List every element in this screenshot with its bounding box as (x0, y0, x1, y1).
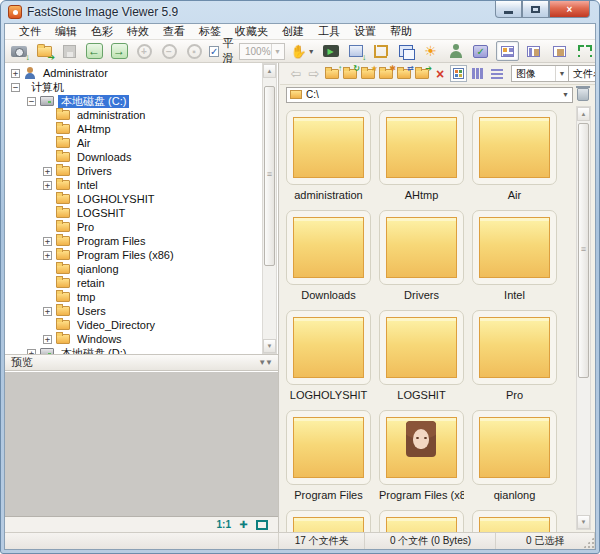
tree-item-ahtmp[interactable]: AHtmp (5, 122, 262, 136)
folder-thumb-partial[interactable] (472, 510, 557, 532)
close-button[interactable]: × (549, 1, 590, 18)
tree-item-tmp[interactable]: tmp (5, 290, 262, 304)
folder-thumb-partial[interactable] (286, 510, 371, 532)
tree-item-label[interactable]: LOGHOLYSHIT (74, 193, 157, 206)
tree-item-本地磁盘-d[interactable]: +本地磁盘 (D:) (5, 346, 262, 354)
tree-item-retain[interactable]: retain (5, 276, 262, 290)
tree-item-label[interactable]: AHtmp (74, 123, 114, 136)
tree-item-windows[interactable]: +Windows (5, 332, 262, 346)
tree-scrollbar[interactable]: ▲ ▼ (262, 63, 277, 354)
tree-item-label[interactable]: Program Files (x86) (74, 249, 177, 262)
tree-item-program-files[interactable]: +Program Files (5, 234, 262, 248)
acquire-camera-button[interactable]: ↓ (9, 42, 29, 60)
tree-item-administrator[interactable]: +Administrator (5, 66, 262, 80)
tree-item-label[interactable]: Air (74, 137, 93, 150)
copy-to-folder-button[interactable]: ⇄ (396, 65, 412, 82)
hand-dropdown-icon[interactable]: ▼ (308, 48, 315, 55)
image-panel-view-button[interactable] (522, 41, 545, 61)
expand-icon[interactable]: + (43, 237, 52, 246)
path-combo-arrow-icon[interactable]: ▼ (559, 88, 572, 102)
tree-item-video-directory[interactable]: Video_Directory (5, 318, 262, 332)
tree-item-label[interactable]: Users (74, 305, 109, 318)
grid-scroll-thumb[interactable] (578, 123, 589, 378)
folder-thumb-program-files[interactable] (286, 410, 371, 485)
tree-item-label[interactable]: LOGSHIT (74, 207, 128, 220)
folder-thumb-downloads[interactable] (286, 210, 371, 285)
maximize-button[interactable] (522, 1, 549, 18)
adjust-colors-button[interactable]: ☀ (421, 42, 441, 60)
zoom-combo-arrow-icon[interactable]: ▼ (271, 44, 284, 59)
path-combo[interactable]: C:\ ▼ (286, 87, 573, 103)
folder-thumb-qianlong[interactable] (472, 410, 557, 485)
menu-创建[interactable]: 创建 (276, 23, 310, 40)
tree-item-logshit[interactable]: LOGSHIT (5, 206, 262, 220)
folder-thumb-pro[interactable] (472, 310, 557, 385)
history-back-button[interactable]: ⇦ (288, 65, 304, 82)
refresh-folder-button[interactable]: ↻ (342, 65, 358, 82)
move-to-folder-button[interactable]: ➔ (414, 65, 430, 82)
tree-item-label[interactable]: administration (74, 109, 148, 122)
tree-item-label[interactable]: Downloads (74, 151, 134, 164)
grid-scroll-up-icon[interactable]: ▲ (577, 107, 590, 121)
tree-item-label[interactable]: 本地磁盘 (D:) (58, 347, 129, 355)
sort-by-filename-button[interactable]: 文件名 (568, 65, 595, 82)
tree-item-downloads[interactable]: Downloads (5, 150, 262, 164)
preview-collapse-icon[interactable]: ▼▼ (258, 358, 272, 367)
menu-查看[interactable]: 查看 (157, 23, 191, 40)
collapse-icon[interactable]: − (11, 83, 20, 92)
fit-window-button[interactable]: ▪ (184, 42, 204, 60)
image-only-view-button[interactable] (548, 41, 571, 61)
batch-convert-button[interactable]: ↓ (346, 42, 366, 60)
file-filter-combo[interactable]: 图像 ▼ (511, 65, 569, 82)
red-eye-button[interactable] (446, 42, 466, 60)
folder-thumb-intel[interactable] (472, 210, 557, 285)
slideshow-button[interactable]: ▶ (321, 42, 341, 60)
menu-特效[interactable]: 特效 (121, 23, 155, 40)
tree-item-label[interactable]: qianlong (74, 263, 122, 276)
pan-icon[interactable] (238, 519, 249, 530)
zoom-out-button[interactable]: − (159, 42, 179, 60)
tree-item-计算机[interactable]: −计算机 (5, 80, 262, 94)
expand-icon[interactable]: + (43, 181, 52, 190)
browser-view-button[interactable] (496, 41, 519, 61)
grid-scroll-down-icon[interactable]: ▼ (577, 515, 590, 529)
expand-icon[interactable]: + (11, 69, 20, 78)
expand-icon[interactable]: + (43, 335, 52, 344)
save-button[interactable] (59, 42, 79, 60)
tree-item-qianlong[interactable]: qianlong (5, 262, 262, 276)
menu-设置[interactable]: 设置 (348, 23, 382, 40)
folder-thumb-air[interactable] (472, 110, 557, 185)
list-view-button[interactable] (488, 65, 505, 82)
tree-item-label[interactable]: 本地磁盘 (C:) (58, 95, 129, 108)
tree-item-intel[interactable]: +Intel (5, 178, 262, 192)
folder-thumb-program-files-x86[interactable] (379, 410, 464, 485)
tree-item-label[interactable]: 计算机 (28, 81, 67, 94)
folder-up-button[interactable]: ↑ (324, 65, 340, 82)
tree-item-label[interactable]: Drivers (74, 165, 115, 178)
zoom-in-button[interactable]: + (134, 42, 154, 60)
open-folder-button[interactable]: ➔ (34, 42, 54, 60)
smooth-checkbox[interactable]: ✓ (209, 46, 219, 57)
collapse-icon[interactable]: − (27, 97, 36, 106)
expand-icon[interactable]: + (43, 307, 52, 316)
tree-item-logholyshit[interactable]: LOGHOLYSHIT (5, 192, 262, 206)
menu-文件[interactable]: 文件 (13, 23, 47, 40)
folder-thumb-partial[interactable] (379, 510, 464, 532)
tree-item-drivers[interactable]: +Drivers (5, 164, 262, 178)
folder-thumb-ahtmp[interactable] (379, 110, 464, 185)
tree-item-label[interactable]: Administrator (40, 67, 111, 80)
filter-combo-arrow-icon[interactable]: ▼ (555, 66, 568, 81)
new-folder-button[interactable]: ✱ (378, 65, 394, 82)
tree-item-users[interactable]: +Users (5, 304, 262, 318)
tree-item-program-files-x86[interactable]: +Program Files (x86) (5, 248, 262, 262)
fit-icon[interactable] (256, 520, 268, 530)
tree-item-pro[interactable]: Pro (5, 220, 262, 234)
folder-thumb-logholyshit[interactable] (286, 310, 371, 385)
recycle-icon[interactable] (577, 88, 589, 101)
favorite-folder-button[interactable]: ★ (360, 65, 376, 82)
crop-button[interactable] (371, 42, 391, 60)
menu-色彩[interactable]: 色彩 (85, 23, 119, 40)
tree-scroll-up-icon[interactable]: ▲ (263, 64, 276, 78)
details-view-button[interactable] (469, 65, 486, 82)
tree-scroll-thumb[interactable] (264, 86, 275, 266)
